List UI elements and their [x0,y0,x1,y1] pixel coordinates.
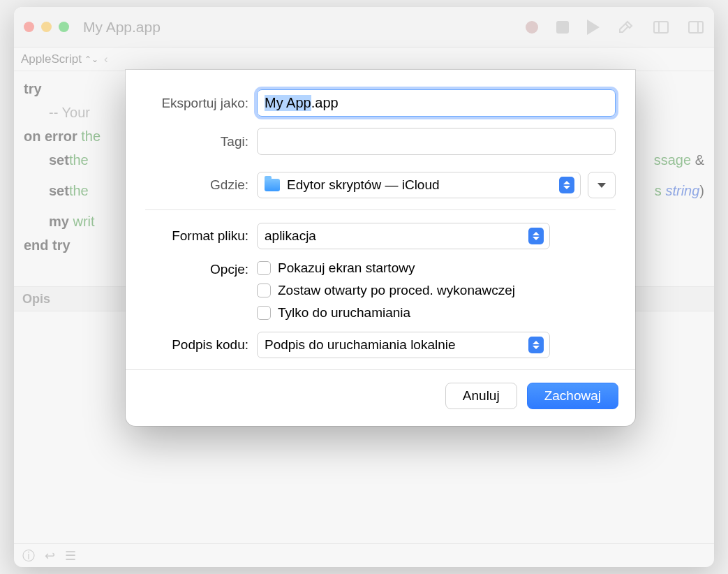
tags-input[interactable] [257,128,616,155]
filename-input[interactable]: My App.app [257,89,616,117]
play-icon[interactable] [587,20,600,35]
where-label: Gdzie: [145,177,257,193]
panel-left-icon[interactable] [653,19,669,36]
code-token: set [49,148,69,172]
code-token: end try [24,237,70,253]
language-bar: AppleScript ⌃⌄ ‹ [14,47,714,71]
svg-rect-0 [654,22,668,33]
status-footer: ⓘ ↩ ☰ [14,543,714,567]
opt-run-only-label: Tylko do uruchamiania [278,305,410,321]
file-format-label: Format pliku: [145,228,257,244]
language-selector[interactable]: AppleScript ⌃⌄ [21,52,98,66]
export-dialog: Eksportuj jako: My App.app Tagi: Gdzie: … [126,70,635,426]
opt-show-startup-checkbox[interactable] [257,261,271,275]
titlebar: My App.app [14,7,714,47]
code-token: the [69,148,89,172]
code-token: -- Your [49,105,90,120]
stepper-icon [528,228,544,244]
code-token: the [77,128,101,144]
export-as-label: Eksportuj jako: [145,96,257,111]
file-format-popup[interactable]: aplikacja [257,223,550,249]
svg-rect-2 [689,22,703,33]
where-value: Edytor skryptów — iCloud [287,177,440,193]
code-token: & [691,152,704,168]
close-window-icon[interactable] [24,22,34,32]
stepper-icon [559,177,574,193]
filename-extension: .app [311,95,339,111]
opt-run-only-checkbox[interactable] [257,306,271,320]
build-hammer-icon[interactable] [618,19,634,36]
filename-selected-part: My App [265,95,311,111]
description-bar-label: Opis [22,292,50,307]
code-token: ) [699,183,704,198]
code-token: writ [69,214,95,229]
disclosure-button[interactable] [588,172,616,198]
opt-show-startup-label: Pokazuj ekran startowy [278,260,415,276]
opt-stay-open-checkbox[interactable] [257,284,271,297]
dialog-footer: Anuluj Zachowaj [126,369,635,423]
panel-right-icon[interactable] [688,19,704,36]
code-token: the [69,179,89,203]
list-icon[interactable]: ☰ [65,548,76,564]
where-popup[interactable]: Edytor skryptów — iCloud [257,172,581,198]
codesign-label: Podpis kodu: [145,337,257,353]
tags-label: Tagi: [145,134,257,149]
window-title: My App.app [83,19,161,36]
code-token: ssage [654,152,691,168]
code-token: try [24,81,42,96]
record-icon[interactable] [526,21,538,34]
separator [145,209,616,210]
code-token: string [665,183,699,198]
info-icon[interactable]: ⓘ [22,547,35,564]
code-token: on error [24,128,77,144]
reply-icon[interactable]: ↩ [45,548,55,564]
file-format-value: aplikacja [265,228,316,244]
toolbar [526,19,704,36]
minimize-window-icon[interactable] [41,22,52,32]
language-selector-label: AppleScript [21,52,82,66]
codesign-popup[interactable]: Podpis do uruchamiania lokalnie [257,332,550,358]
codesign-value: Podpis do uruchamiania lokalnie [265,337,456,353]
nav-back-icon[interactable]: ‹ [104,52,108,66]
folder-icon [265,179,280,191]
stop-icon[interactable] [556,21,569,34]
code-token: s [655,183,666,198]
opt-stay-open-label: Zostaw otwarty po proced. wykonawczej [278,283,515,298]
code-token: my [49,214,69,229]
traffic-lights [24,22,69,32]
options-label: Opcje: [145,260,257,277]
save-button[interactable]: Zachowaj [527,383,618,409]
code-token: set [49,179,69,203]
chevron-updown-icon: ⌃⌄ [84,54,98,64]
stepper-icon [528,337,544,353]
cancel-button[interactable]: Anuluj [445,383,517,409]
zoom-window-icon[interactable] [59,22,69,32]
